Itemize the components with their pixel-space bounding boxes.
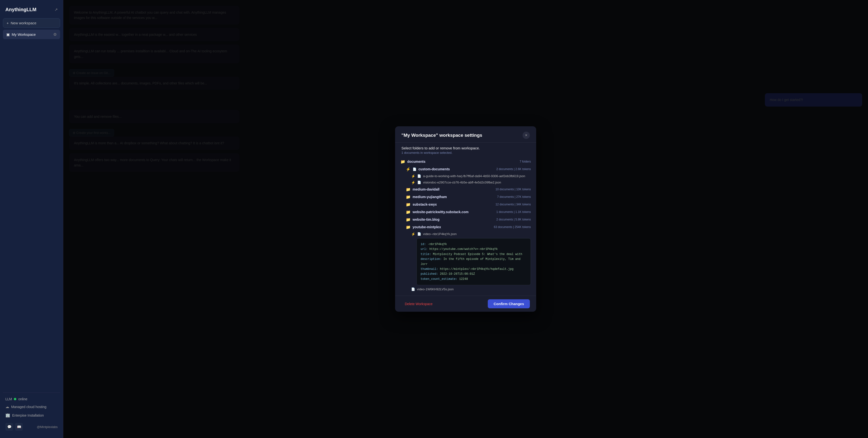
- llm-status: LLM online: [3, 396, 60, 403]
- folder-medium-yujiangtham[interactable]: 📁 medium-yujiangtham 7 documents | 27K t…: [404, 193, 533, 201]
- yujiangtham-meta: 7 documents | 27K tokens: [497, 195, 531, 198]
- llm-label: LLM: [5, 397, 12, 401]
- preview-thumbnail: thumbnail: https://mintplex/-nbr1P4kqYk/…: [421, 267, 527, 272]
- folder-youtube-mintplex[interactable]: 📁 youtube-mintplex 63 documents | 254K t…: [404, 223, 533, 231]
- confirm-changes-button[interactable]: Confirm Changes: [488, 299, 530, 308]
- workspace-settings-modal: "My Workspace" workspace settings × Sele…: [395, 126, 536, 312]
- preview-title: title: Mintplexity Podcast Episode 5: Wh…: [421, 252, 527, 257]
- managed-cloud-item[interactable]: ☁ Managed cloud hosting: [3, 403, 60, 411]
- workspace-gear-icon[interactable]: ⚙: [53, 32, 57, 37]
- file-video-1w6-name: video-1W6KH92LV5s.json: [417, 287, 454, 291]
- folder-website-patrickwitty[interactable]: 📁 website-patrickwitty.substack.com 1 do…: [404, 208, 533, 216]
- doc-icon-video2: 📄: [411, 287, 415, 291]
- tim-meta: 2 documents | 5.8K tokens: [496, 218, 531, 221]
- modal-body[interactable]: 📁 documents 7 folders ⚡ 📄 custom-documen…: [395, 156, 536, 296]
- custom-docs-meta: 2 documents | 2.6K tokens: [496, 167, 531, 171]
- patrickwitty-meta: 1 documents | 1.1K tokens: [496, 210, 531, 214]
- folder-icon-swyx: 📁: [406, 202, 411, 207]
- custom-docs-label: custom-documents: [418, 167, 493, 171]
- folder-icon-youtube: 📁: [406, 225, 411, 229]
- preview-id: id: -nbr1P4kqYk: [421, 242, 527, 247]
- bolt-icon-file2: ⚡: [411, 181, 415, 184]
- doc-icon-video1: 📄: [417, 232, 421, 236]
- sidebar-footer: LLM online ☁ Managed cloud hosting 🏢 Ent…: [3, 393, 60, 433]
- tree-root-item[interactable]: 📁 documents 7 folders: [399, 158, 533, 165]
- managed-cloud-label: Managed cloud hosting: [11, 405, 46, 409]
- status-dot: [14, 398, 16, 400]
- youtube-meta: 63 documents | 254K tokens: [494, 225, 531, 229]
- enterprise-item[interactable]: 🏢 Enterpise Installation: [3, 411, 60, 419]
- sidebar-brand: AnythingLLM ↗: [3, 5, 60, 16]
- footer-bottom: 💬 📖 @Mintplexlabs: [3, 420, 60, 433]
- davidall-meta: 10 documents | 10K tokens: [496, 188, 531, 191]
- file-icon-custom: 📄: [412, 167, 416, 171]
- subtitle-main: Select folders to add or remove from wor…: [401, 146, 530, 150]
- bolt-icon-video1: ⚡: [411, 232, 415, 236]
- custom-docs-files: ⚡ 📄 a-guide-to-working-with-harj-fb7ff6a…: [404, 173, 533, 186]
- swyx-label: substack-swyx: [412, 202, 493, 206]
- new-workspace-button[interactable]: + New workspace: [3, 18, 60, 28]
- modal-title: "My Workspace" workspace settings: [401, 133, 482, 138]
- video-preview: id: -nbr1P4kqYk url: https://youtube.com…: [416, 238, 531, 285]
- doc-icon-file2: 📄: [417, 181, 421, 184]
- preview-description: description: In the fifth episode of Min…: [421, 257, 527, 267]
- sidebar: AnythingLLM ↗ + New workspace ▣ My Works…: [0, 0, 63, 438]
- patrickwitty-label: website-patrickwitty.substack.com: [412, 210, 493, 214]
- plus-icon: +: [6, 21, 9, 25]
- file-visiondoc-name: visiondoc-e2907cce-cb76-4b5e-abff-4e5d2c…: [423, 181, 501, 184]
- root-folder-label: documents: [407, 160, 517, 163]
- file-a-guide-name: a-guide-to-working-with-harj-fb7ff6af-da…: [423, 174, 525, 178]
- subtitle-sub: 1 documents in workspace selected.: [401, 151, 530, 155]
- folder-icon-tim: 📁: [406, 217, 411, 222]
- davidall-label: medium-davidall: [412, 187, 493, 191]
- yujiangtham-label: medium-yujiangtham: [412, 195, 494, 199]
- root-folder-meta: 7 folders: [520, 160, 531, 163]
- modal-close-button[interactable]: ×: [523, 132, 530, 139]
- folder-website-tim-blog[interactable]: 📁 website-tim.blog 2 documents | 5.8K to…: [404, 216, 533, 223]
- youtube-files: ⚡ 📄 video--nbr1P4kqYk.json id: -nbr1P4kq…: [404, 231, 533, 292]
- folder-substack-swyx[interactable]: 📁 substack-swyx 12 documents | 34K token…: [404, 201, 533, 208]
- folder-icon: 📁: [400, 159, 405, 164]
- modal-header: "My Workspace" workspace settings ×: [395, 126, 536, 143]
- modal-footer: Delete Workspace Confirm Changes: [395, 296, 536, 312]
- file-video-nbr1[interactable]: ⚡ 📄 video--nbr1P4kqYk.json: [409, 231, 533, 237]
- close-icon: ×: [525, 133, 527, 137]
- footer-user: @Mintplexlabs: [37, 425, 58, 429]
- my-workspace-item[interactable]: ▣ My Workspace ⚙: [3, 30, 60, 39]
- book-icon-btn[interactable]: 📖: [15, 423, 23, 431]
- workspace-item-left: ▣ My Workspace: [6, 32, 36, 37]
- folder-icon-yujiangtham: 📁: [406, 195, 411, 199]
- workspace-name: My Workspace: [12, 32, 36, 36]
- modal-backdrop: "My Workspace" workspace settings × Sele…: [63, 0, 868, 438]
- chat-icon-btn[interactable]: 💬: [5, 423, 13, 431]
- bolt-icon-custom: ⚡: [406, 167, 411, 171]
- building-icon: 🏢: [5, 413, 10, 417]
- file-visiondoc[interactable]: ⚡ 📄 visiondoc-e2907cce-cb76-4b5e-abff-4e…: [409, 179, 533, 186]
- cloud-icon: ☁: [5, 404, 9, 409]
- new-workspace-label: New workspace: [11, 21, 36, 25]
- swyx-meta: 12 documents | 34K tokens: [496, 203, 531, 206]
- footer-icons: 💬 📖: [5, 423, 23, 431]
- preview-published: published: 2022-10-26T15:00:01Z: [421, 272, 527, 276]
- doc-icon-file1: 📄: [417, 174, 421, 178]
- youtube-label: youtube-mintplex: [412, 225, 491, 229]
- file-a-guide[interactable]: ⚡ 📄 a-guide-to-working-with-harj-fb7ff6a…: [409, 173, 533, 179]
- brand-name: AnythingLLM: [5, 7, 36, 12]
- folder-medium-davidall[interactable]: 📁 medium-davidall 10 documents | 10K tok…: [404, 186, 533, 193]
- tim-label: website-tim.blog: [412, 218, 493, 221]
- main-content: Welcome to AnythingLLM, A powerful AI ch…: [63, 0, 868, 438]
- folder-custom-documents[interactable]: ⚡ 📄 custom-documents 2 documents | 2.6K …: [404, 165, 533, 173]
- folder-icon-patrickwitty: 📁: [406, 210, 411, 214]
- workspace-icon: ▣: [6, 32, 10, 37]
- tree-children: ⚡ 📄 custom-documents 2 documents | 2.6K …: [399, 165, 533, 292]
- preview-token-count: token_count_estimate: 12248: [421, 277, 527, 282]
- enterprise-label: Enterpise Installation: [12, 413, 44, 417]
- bolt-icon-file1: ⚡: [411, 174, 415, 178]
- preview-url: url: https://youtube.com/watch?v=-nbr1P4…: [421, 247, 527, 252]
- delete-workspace-button[interactable]: Delete Workspace: [401, 300, 436, 308]
- modal-subtitle: Select folders to add or remove from wor…: [395, 143, 536, 156]
- llm-online-label: online: [18, 397, 27, 401]
- file-video-1w6[interactable]: 📄 video-1W6KH92LV5s.json: [409, 286, 533, 292]
- share-icon[interactable]: ↗: [55, 7, 58, 12]
- folder-icon-davidall: 📁: [406, 187, 411, 192]
